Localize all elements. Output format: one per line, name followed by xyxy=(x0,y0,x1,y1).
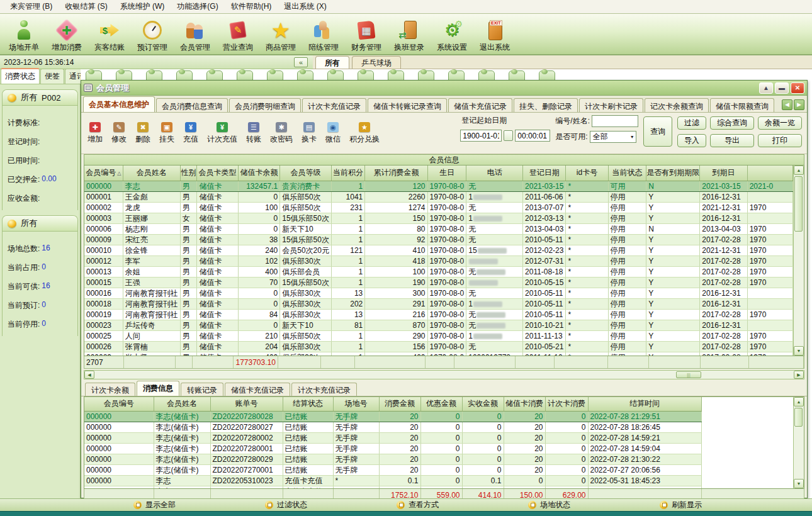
scroll-right-icon[interactable]: ▶ xyxy=(794,371,804,379)
column-header[interactable] xyxy=(747,165,792,181)
cell[interactable]: 0 xyxy=(420,454,462,464)
cell[interactable]: 150 xyxy=(365,213,427,223)
cell[interactable]: 停用 xyxy=(608,191,646,202)
panel-header[interactable]: 所有 xyxy=(3,216,77,232)
cell[interactable]: 2021-12-31 xyxy=(700,202,747,213)
cell[interactable] xyxy=(425,356,454,368)
action-button[interactable]: ◉ 微信 xyxy=(325,122,341,145)
column-header[interactable]: 性别 xyxy=(180,165,197,181)
cell[interactable]: 无手牌 xyxy=(333,464,379,475)
cell[interactable]: 尚大坚 xyxy=(123,352,180,356)
cell[interactable]: 停用 xyxy=(608,255,646,266)
cell[interactable]: * xyxy=(566,266,608,277)
cell[interactable]: 1970 xyxy=(747,341,792,352)
cell[interactable]: * xyxy=(566,181,608,191)
cell[interactable]: 000002 xyxy=(84,202,123,213)
table-row[interactable]: 000006杨志刚男储值卡0新天下101801970-08-0无2013-04-… xyxy=(84,223,793,234)
cell[interactable]: 李志(储值卡) xyxy=(154,411,210,422)
cell[interactable]: Y xyxy=(646,277,700,288)
cell[interactable]: Y xyxy=(646,309,700,320)
cell[interactable]: 1970 xyxy=(747,234,792,245)
cell[interactable]: * xyxy=(333,486,379,488)
column-header[interactable]: 会员编号 xyxy=(84,397,154,411)
action-button[interactable]: ★ 积分兑换 xyxy=(349,122,380,145)
query-tool-button[interactable]: 余额一览 xyxy=(758,116,802,130)
cell[interactable]: 0 xyxy=(462,454,504,464)
cell[interactable]: ZD201911290012 xyxy=(210,486,283,488)
cell[interactable] xyxy=(466,277,523,288)
column-header[interactable]: 会员卡类型 xyxy=(197,165,238,181)
cell[interactable]: 无手牌 xyxy=(333,411,379,422)
member-search-input[interactable] xyxy=(592,115,638,127)
cell[interactable]: 停用 xyxy=(608,288,646,298)
cell[interactable]: ZD202207280027 xyxy=(210,422,283,432)
cell[interactable]: 0.1 xyxy=(462,475,504,486)
cell[interactable]: 20 xyxy=(504,432,545,443)
cell[interactable]: 1970-08-0 xyxy=(427,223,466,234)
cell[interactable]: 2021-12-31 xyxy=(700,245,747,255)
cell[interactable]: 300 xyxy=(365,288,427,298)
cell[interactable]: 0 xyxy=(420,475,462,486)
cell[interactable]: 停用 xyxy=(608,213,646,223)
cell[interactable]: 男 xyxy=(180,266,197,277)
table-row[interactable]: 000016河南教育报刊社男储值卡0俱乐部30次133001970-08-0无2… xyxy=(84,288,793,298)
cell[interactable]: 李志(储值卡) xyxy=(154,432,210,443)
cell[interactable]: 2012-07-31 xyxy=(523,255,566,266)
cell[interactable]: 2017-02-28 xyxy=(700,341,747,352)
cell[interactable]: 1 xyxy=(331,330,364,341)
cell[interactable]: 2016-12-31 xyxy=(700,320,747,330)
cell[interactable]: 2017-02-28 xyxy=(700,234,747,245)
table-row[interactable]: 000000李志(储值卡)ZD202207280028已结账无手牌2000200… xyxy=(84,411,701,422)
cell[interactable]: 2010-05-21 xyxy=(523,341,566,352)
action-button[interactable]: ▣ 挂失 xyxy=(159,122,174,145)
cell[interactable]: 1970 xyxy=(747,266,792,277)
cell[interactable]: ZD202205310023 xyxy=(210,475,283,486)
collapse-sidebar-button[interactable]: « xyxy=(294,57,308,67)
cell[interactable]: Y xyxy=(646,320,700,330)
status-option[interactable]: 场地状态 xyxy=(528,500,570,510)
cell[interactable]: 1 xyxy=(466,191,523,202)
toolbar-button[interactable]: 营业查询 xyxy=(217,15,259,53)
cell[interactable]: 2011-08-18 xyxy=(523,266,566,277)
cell[interactable]: Y xyxy=(646,234,700,245)
cell[interactable]: 停用 xyxy=(608,309,646,320)
detail-tab[interactable]: 计次卡余额 xyxy=(85,383,135,396)
cell[interactable]: 2017-02-28 xyxy=(700,352,747,356)
cell[interactable]: 充值卡充值 xyxy=(283,486,333,488)
table-row[interactable]: 000026张霄楠男储值卡204俱乐部30次11561970-08-0无2010… xyxy=(84,341,793,352)
close-button[interactable] xyxy=(791,82,804,94)
table-row[interactable]: 000000李志ZD201911290012充值卡充值*101002019-11… xyxy=(84,486,701,488)
cell[interactable]: 无 xyxy=(466,223,523,234)
window-tab[interactable]: 会员消费信息查询 xyxy=(156,98,228,112)
query-tool-button[interactable]: 导入 xyxy=(677,134,706,147)
venue-tab[interactable]: 所有 xyxy=(315,56,349,69)
cell[interactable]: 2010-05-11 xyxy=(523,309,566,320)
cell[interactable] xyxy=(175,356,192,368)
cell[interactable]: 2022-05-31 18:45:23 xyxy=(588,475,701,486)
cell[interactable]: 20 xyxy=(504,454,545,464)
members-vertical-scrollbar[interactable]: ▲ ▼ xyxy=(793,165,804,356)
detail-tab[interactable]: 转账记录 xyxy=(181,383,223,396)
cell[interactable]: 231 xyxy=(331,202,364,213)
menu-item[interactable]: 功能选择(G) xyxy=(171,0,224,13)
cell[interactable]: 210 xyxy=(238,330,280,341)
cell[interactable]: 李志 xyxy=(154,486,210,488)
table-row[interactable]: 000002龙虎男储值卡100俱乐部50次23112741970-08-0无20… xyxy=(84,202,793,213)
cell[interactable]: 男 xyxy=(180,288,197,298)
cell[interactable]: 俱乐部30次 xyxy=(280,288,332,298)
detail-tab[interactable]: 储值卡充值记录 xyxy=(225,383,290,396)
cell[interactable]: 2021-03-15 xyxy=(523,181,566,191)
cell[interactable]: 俱乐部30次 xyxy=(280,298,332,309)
cell[interactable]: 储值卡 xyxy=(197,181,238,191)
cell[interactable]: 河南教育报刊社 xyxy=(123,288,180,298)
cell[interactable]: 2022-07-27 20:06:56 xyxy=(588,464,701,475)
cell[interactable]: 0 xyxy=(545,475,588,486)
cell[interactable]: 20 xyxy=(504,411,545,422)
cell[interactable]: 2011-11-13 xyxy=(523,330,566,341)
cell[interactable]: 男 xyxy=(180,341,197,352)
cell[interactable]: 000009 xyxy=(84,234,123,245)
column-header[interactable]: 储值卡消费 xyxy=(504,397,545,411)
cell[interactable]: 290 xyxy=(365,330,427,341)
cell[interactable]: 停用 xyxy=(608,298,646,309)
cell[interactable]: 1 xyxy=(331,277,364,288)
